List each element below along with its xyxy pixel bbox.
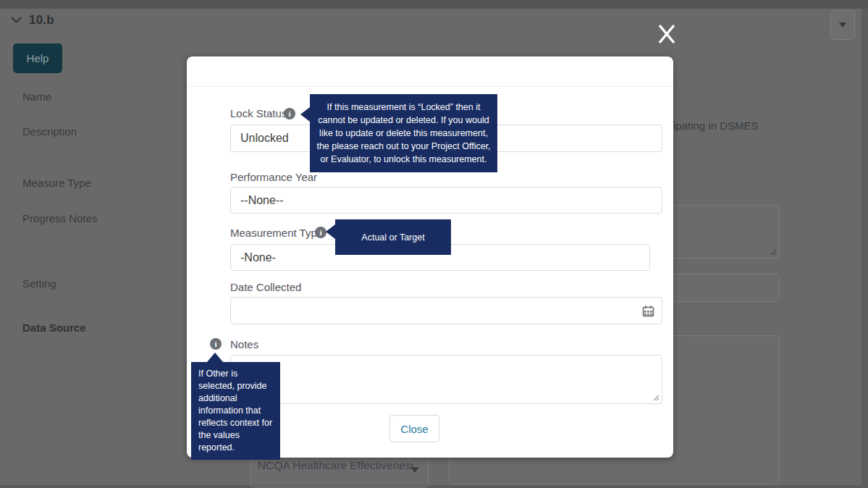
measurement-type-label: Measurement Type — [230, 227, 323, 239]
help-button[interactable]: Help — [13, 43, 62, 73]
field-label-setting: Setting — [22, 277, 56, 290]
tooltip-arrow — [207, 353, 223, 362]
close-button-label: Close — [400, 423, 428, 435]
data-source-select-value: NCQA Healthcare Effectiveness Data and I… — [258, 459, 413, 472]
lock-status-label: Lock Status — [230, 107, 287, 119]
chevron-down-icon[interactable] — [10, 14, 22, 27]
lock-status-tooltip: If this measurement is “Locked” then it … — [310, 94, 497, 172]
info-icon[interactable]: i — [284, 108, 295, 119]
measurement-type-tooltip: Actual or Target — [335, 219, 451, 255]
resize-handle-icon[interactable] — [653, 395, 660, 401]
resize-handle-icon[interactable] — [770, 249, 777, 256]
caret-down-icon — [839, 22, 846, 28]
top-right-dropdown-button[interactable] — [830, 10, 855, 40]
help-button-label: Help — [27, 52, 49, 64]
performance-year-input[interactable]: --None-- — [230, 187, 662, 214]
lock-status-value: Unlocked — [240, 132, 289, 145]
date-collected-input[interactable] — [230, 297, 662, 324]
notes-tooltip: If Other is selected, provide additional… — [191, 362, 280, 460]
screen: 10.b Help Name Description Measure Type … — [0, 0, 868, 488]
notes-label: Notes — [230, 338, 258, 350]
notes-tooltip-text: If Other is selected, provide additional… — [198, 369, 272, 453]
performance-year-label: Performance Year — [230, 171, 317, 183]
tooltip-arrow — [326, 224, 335, 239]
close-button[interactable]: Close — [389, 415, 439, 442]
section-title: 10.b — [29, 13, 54, 28]
field-label-name: Name — [22, 91, 51, 103]
measurement-type-tooltip-text: Actual or Target — [361, 232, 424, 243]
dsmes-text-fragment: ipating in DSMES — [673, 119, 759, 132]
page-top-strip — [0, 0, 868, 9]
field-label-description: Description — [22, 125, 77, 138]
tooltip-arrow — [300, 107, 310, 122]
modal-header — [187, 56, 673, 87]
performance-year-value: --None-- — [240, 194, 284, 207]
field-label-measure-type: Measure Type — [22, 177, 91, 189]
info-icon[interactable]: i — [210, 338, 222, 350]
date-collected-label: Date Collected — [230, 281, 301, 293]
lock-status-tooltip-text: If this measurement is “Locked” then it … — [316, 101, 492, 166]
info-icon[interactable]: i — [315, 227, 326, 238]
measurement-type-value: -None- — [240, 251, 276, 264]
field-label-progress-notes: Progress Notes — [22, 212, 97, 224]
calendar-icon[interactable] — [642, 305, 654, 317]
x-icon — [656, 22, 678, 46]
field-label-data-source: Data Source — [22, 321, 86, 334]
caret-down-icon — [410, 467, 419, 473]
section-header[interactable]: 10.b — [10, 13, 54, 28]
notes-textarea[interactable] — [230, 355, 662, 404]
modal-close-button[interactable] — [656, 22, 678, 46]
